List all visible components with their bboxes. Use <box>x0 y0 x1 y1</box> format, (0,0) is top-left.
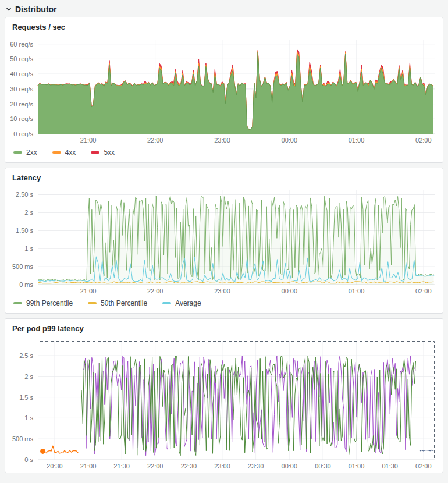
svg-text:30 req/s: 30 req/s <box>10 86 33 93</box>
panel-title-per-pod-p99[interactable]: Per pod p99 latency <box>5 319 443 335</box>
svg-text:21:00: 21:00 <box>80 137 97 144</box>
svg-text:20 req/s: 20 req/s <box>10 101 33 108</box>
legend-label: Average <box>175 299 201 307</box>
per-pod-p99-latency-chart[interactable]: 20:3021:0021:3022:0022:3023:0023:3000:00… <box>5 335 443 473</box>
svg-text:21:00: 21:00 <box>80 463 97 470</box>
svg-text:50 req/s: 50 req/s <box>10 55 33 62</box>
svg-text:01:00: 01:00 <box>349 287 365 294</box>
legend-item-99th-percentile[interactable]: 99th Percentile <box>13 299 73 307</box>
legend-label: 99th Percentile <box>26 299 73 307</box>
svg-text:00:00: 00:00 <box>282 463 298 470</box>
legend-swatch <box>91 151 99 154</box>
svg-text:00:00: 00:00 <box>282 287 298 294</box>
latency-chart[interactable]: 21:0022:0023:0000:0001:0002:000 ms500 ms… <box>5 184 443 297</box>
svg-text:02:00: 02:00 <box>415 287 432 294</box>
dashboard: Distributor Requests / sec 21:0022:0023:… <box>0 0 448 473</box>
svg-text:0 s: 0 s <box>24 456 33 463</box>
panel-latency: Latency 21:0022:0023:0000:0001:0002:000 … <box>5 168 443 314</box>
svg-text:10 req/s: 10 req/s <box>10 115 33 122</box>
panel-title-requests[interactable]: Requests / sec <box>5 17 443 34</box>
legend-swatch <box>162 302 171 304</box>
legend-item-4xx[interactable]: 4xx <box>52 148 76 157</box>
legend-label: 5xx <box>104 148 115 157</box>
svg-text:01:30: 01:30 <box>382 463 398 470</box>
svg-text:2.50 s: 2.50 s <box>16 191 33 198</box>
svg-text:1.5 s: 1.5 s <box>19 394 33 401</box>
legend-swatch <box>13 151 22 154</box>
svg-text:500 ms: 500 ms <box>12 263 34 270</box>
legend-item-2xx[interactable]: 2xx <box>13 148 37 157</box>
svg-text:500 ms: 500 ms <box>12 435 34 442</box>
panel-per-pod-p99-latency: Per pod p99 latency 20:3021:0021:3022:00… <box>5 318 443 473</box>
chevron-down-icon[interactable] <box>6 6 12 12</box>
svg-text:20:30: 20:30 <box>47 463 63 470</box>
svg-text:1.50 s: 1.50 s <box>16 227 33 234</box>
svg-text:0 ms: 0 ms <box>19 281 33 288</box>
svg-text:23:00: 23:00 <box>214 463 230 470</box>
latency-legend: 99th Percentile50th PercentileAverage <box>5 297 443 313</box>
legend-swatch <box>52 151 61 154</box>
svg-text:23:00: 23:00 <box>214 137 230 144</box>
svg-text:2.5 s: 2.5 s <box>19 352 33 359</box>
legend-item-50th-percentile[interactable]: 50th Percentile <box>88 299 147 307</box>
svg-text:23:00: 23:00 <box>214 287 230 294</box>
svg-text:02:00: 02:00 <box>415 137 432 144</box>
svg-text:60 req/s: 60 req/s <box>10 41 33 48</box>
svg-text:02:00: 02:00 <box>415 463 432 470</box>
svg-text:1 s: 1 s <box>24 245 33 252</box>
panel-title-latency[interactable]: Latency <box>5 168 443 184</box>
legend-item-average[interactable]: Average <box>162 299 201 307</box>
svg-text:40 req/s: 40 req/s <box>10 70 33 77</box>
svg-text:22:00: 22:00 <box>147 463 163 470</box>
legend-label: 4xx <box>65 148 76 157</box>
svg-text:01:00: 01:00 <box>349 463 365 470</box>
svg-text:0 req/s: 0 req/s <box>13 130 33 137</box>
panel-requests-per-sec: Requests / sec 21:0022:0023:0000:0001:00… <box>5 17 443 163</box>
requests-per-sec-chart[interactable]: 21:0022:0023:0000:0001:0002:000 req/s10 … <box>5 34 443 147</box>
svg-text:23:30: 23:30 <box>248 463 264 470</box>
svg-text:22:00: 22:00 <box>147 287 163 294</box>
svg-text:2 s: 2 s <box>24 373 33 380</box>
section-title[interactable]: Distributor <box>15 5 57 14</box>
svg-text:00:00: 00:00 <box>282 137 298 144</box>
legend-item-5xx[interactable]: 5xx <box>91 148 115 157</box>
svg-text:01:00: 01:00 <box>349 137 365 144</box>
legend-label: 50th Percentile <box>101 299 147 307</box>
svg-text:00:30: 00:30 <box>315 463 331 470</box>
svg-text:22:00: 22:00 <box>147 137 163 144</box>
svg-text:22:30: 22:30 <box>181 463 197 470</box>
svg-text:2 s: 2 s <box>24 209 33 216</box>
section-distributor: Distributor <box>0 0 448 17</box>
svg-text:1 s: 1 s <box>24 414 33 421</box>
legend-label: 2xx <box>26 148 37 157</box>
svg-text:21:30: 21:30 <box>113 463 130 470</box>
requests-legend: 2xx4xx5xx <box>5 147 443 162</box>
legend-swatch <box>13 302 22 304</box>
svg-text:21:00: 21:00 <box>80 287 97 294</box>
legend-swatch <box>88 302 97 304</box>
